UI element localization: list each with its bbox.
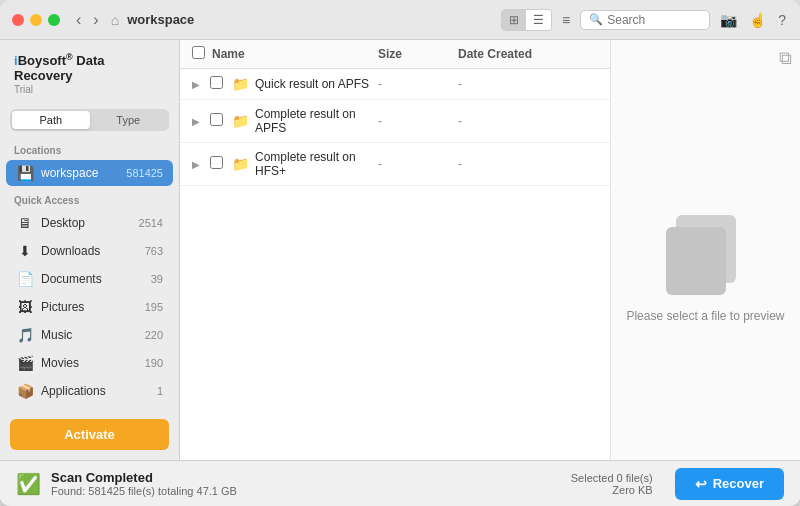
movies-label: Movies — [41, 356, 138, 370]
table-row[interactable]: ▶ 📁 Complete result on APFS - - — [180, 100, 610, 143]
sidebar-item-applications[interactable]: 📦 Applications 1 — [6, 378, 173, 404]
row-check-2 — [210, 156, 226, 172]
sidebar: iBoysoft® Data Recovery Trial Path Type … — [0, 40, 180, 460]
header-check — [192, 46, 212, 62]
expand-icon-0[interactable]: ▶ — [192, 79, 206, 90]
row-size-2: - — [378, 157, 458, 171]
desktop-count: 2514 — [139, 217, 163, 229]
header-date: Date Created — [458, 47, 598, 61]
view-toggle: ⊞ ☰ — [501, 9, 552, 31]
copy-icon-top: ⧉ — [771, 40, 800, 77]
minimize-button[interactable] — [30, 14, 42, 26]
scan-status-sub: Found: 581425 file(s) totaling 47.1 GB — [51, 485, 561, 497]
maximize-button[interactable] — [48, 14, 60, 26]
help-icon[interactable]: ? — [776, 10, 788, 30]
row-date-2: - — [458, 157, 598, 171]
camera-icon[interactable]: 📷 — [718, 10, 739, 30]
row-name-1: Complete result on APFS — [255, 107, 378, 135]
row-size-0: - — [378, 77, 458, 91]
pictures-label: Pictures — [41, 300, 138, 314]
scan-complete-icon: ✅ — [16, 472, 41, 496]
music-count: 220 — [145, 329, 163, 341]
applications-count: 1 — [157, 385, 163, 397]
selected-size: Zero KB — [571, 484, 653, 496]
recover-button[interactable]: ↩ Recover — [675, 468, 784, 500]
header-size: Size — [378, 47, 458, 61]
tab-type[interactable]: Type — [90, 111, 168, 129]
row-checkbox-0[interactable] — [210, 76, 223, 89]
sidebar-item-pictures[interactable]: 🖼 Pictures 195 — [6, 294, 173, 320]
forward-button[interactable]: › — [89, 9, 102, 31]
row-checkbox-1[interactable] — [210, 113, 223, 126]
copy-action-icon: ⧉ — [779, 48, 792, 68]
downloads-label: Downloads — [41, 244, 138, 258]
sidebar-item-downloads[interactable]: ⬇ Downloads 763 — [6, 238, 173, 264]
selected-info: Selected 0 file(s) Zero KB — [571, 472, 653, 496]
list-view-button[interactable]: ☰ — [526, 10, 551, 30]
downloads-icon: ⬇ — [16, 243, 34, 259]
row-date-1: - — [458, 114, 598, 128]
file-panel: Name Size Date Created ▶ 📁 Quick result … — [180, 40, 610, 460]
icon-front — [666, 227, 726, 295]
recover-label: Recover — [713, 476, 764, 491]
sidebar-item-documents[interactable]: 📄 Documents 39 — [6, 266, 173, 292]
traffic-lights — [12, 14, 60, 26]
tab-path[interactable]: Path — [12, 111, 90, 129]
activate-button[interactable]: Activate — [10, 419, 169, 450]
music-label: Music — [41, 328, 138, 342]
row-checkbox-2[interactable] — [210, 156, 223, 169]
row-name-0: Quick result on APFS — [255, 77, 378, 91]
table-row[interactable]: ▶ 📁 Complete result on HFS+ - - — [180, 143, 610, 186]
back-button[interactable]: ‹ — [72, 9, 85, 31]
search-input[interactable] — [607, 13, 701, 27]
app-title: iBoysoft® Data Recovery — [14, 52, 165, 83]
file-table-header: Name Size Date Created — [180, 40, 610, 69]
folder-icon-2: 📁 — [232, 156, 249, 172]
folder-icon-1: 📁 — [232, 113, 249, 129]
grid-view-button[interactable]: ⊞ — [502, 10, 526, 30]
sidebar-item-workspace[interactable]: 💾 workspace 581425 — [6, 160, 173, 186]
sidebar-bottom: Activate — [0, 409, 179, 460]
row-check-1 — [210, 113, 226, 129]
row-check-0 — [210, 76, 226, 92]
folder-icon-0: 📁 — [232, 76, 249, 92]
preview-placeholder-icon — [666, 215, 746, 295]
row-size-1: - — [378, 114, 458, 128]
main-content: iBoysoft® Data Recovery Trial Path Type … — [0, 40, 800, 460]
table-row[interactable]: ▶ 📁 Quick result on APFS - - — [180, 69, 610, 100]
fingerprint-icon[interactable]: ☝ — [747, 10, 768, 30]
filter-icon[interactable]: ≡ — [560, 10, 572, 30]
app-trial-label: Trial — [14, 84, 165, 95]
workspace-icon: 💾 — [16, 165, 34, 181]
sidebar-item-desktop[interactable]: 🖥 Desktop 2514 — [6, 210, 173, 236]
sidebar-item-music[interactable]: 🎵 Music 220 — [6, 322, 173, 348]
movies-count: 190 — [145, 357, 163, 369]
preview-panel-inner: Please select a file to preview — [611, 77, 800, 460]
expand-icon-2[interactable]: ▶ — [192, 159, 206, 170]
preview-panel: ⧉ Please select a file to preview — [610, 40, 800, 460]
row-date-0: - — [458, 77, 598, 91]
recover-icon: ↩ — [695, 476, 707, 492]
toolbar-right: ⊞ ☰ ≡ 🔍 📷 ☝ ? — [501, 9, 788, 31]
desktop-label: Desktop — [41, 216, 132, 230]
documents-count: 39 — [151, 273, 163, 285]
expand-icon-1[interactable]: ▶ — [192, 116, 206, 127]
statusbar: ✅ Scan Completed Found: 581425 file(s) t… — [0, 460, 800, 506]
preview-message: Please select a file to preview — [626, 309, 784, 323]
selected-files: Selected 0 file(s) — [571, 472, 653, 484]
select-all-checkbox[interactable] — [192, 46, 205, 59]
header-name: Name — [212, 47, 378, 61]
downloads-count: 763 — [145, 245, 163, 257]
workspace-count: 581425 — [126, 167, 163, 179]
desktop-icon: 🖥 — [16, 215, 34, 231]
workspace-label: workspace — [41, 166, 119, 180]
nav-buttons: ‹ › — [72, 9, 103, 31]
locations-label: Locations — [0, 137, 179, 159]
close-button[interactable] — [12, 14, 24, 26]
applications-icon: 📦 — [16, 383, 34, 399]
sidebar-item-movies[interactable]: 🎬 Movies 190 — [6, 350, 173, 376]
titlebar: ‹ › ⌂ workspace ⊞ ☰ ≡ 🔍 📷 ☝ ? — [0, 0, 800, 40]
quick-access-label: Quick Access — [0, 187, 179, 209]
pictures-icon: 🖼 — [16, 299, 34, 315]
search-icon: 🔍 — [589, 13, 603, 26]
